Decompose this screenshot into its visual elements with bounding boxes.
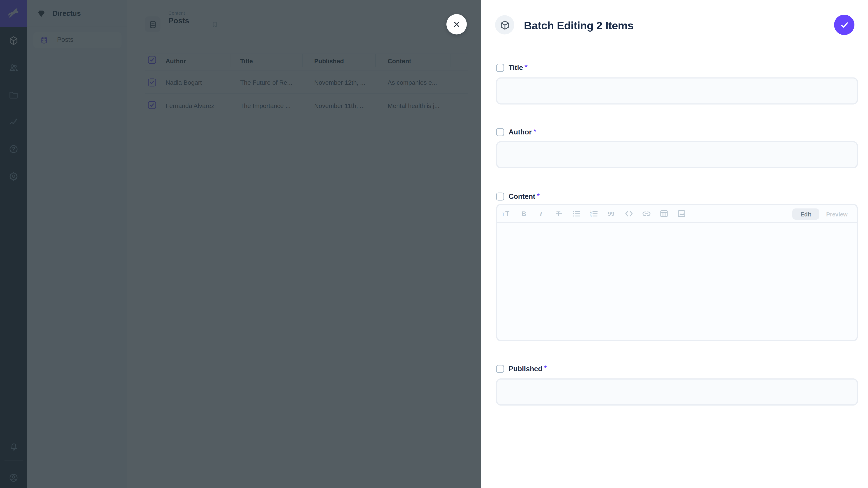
bullet-list-icon[interactable] xyxy=(572,208,581,219)
title-input[interactable] xyxy=(496,77,858,105)
field-label-text: Published xyxy=(508,365,542,373)
quote-icon[interactable]: 99 xyxy=(607,208,616,219)
app-root: Directus Posts Content Posts xyxy=(0,0,868,488)
author-input[interactable] xyxy=(496,141,858,168)
svg-text:B: B xyxy=(521,210,526,217)
field-label-published: Published ★ xyxy=(496,364,547,373)
link-icon[interactable] xyxy=(642,208,651,219)
content-editor-textarea[interactable] xyxy=(497,224,857,340)
required-marker: ★ xyxy=(536,192,540,197)
svg-text:99: 99 xyxy=(608,210,614,217)
code-icon[interactable] xyxy=(625,208,633,219)
batch-enable-checkbox[interactable] xyxy=(496,128,504,136)
check-icon xyxy=(839,20,849,30)
italic-icon[interactable]: I xyxy=(537,208,546,219)
bold-icon[interactable]: B xyxy=(520,208,528,219)
batch-edit-drawer: Batch Editing 2 Items Title ★ Author ★ C… xyxy=(481,0,868,488)
save-batch-button[interactable] xyxy=(834,15,855,35)
close-drawer-button[interactable] xyxy=(446,14,467,35)
svg-text:I: I xyxy=(539,210,542,217)
required-marker: ★ xyxy=(524,63,528,68)
batch-enable-checkbox[interactable] xyxy=(496,193,504,201)
box-icon xyxy=(499,20,510,30)
drawer-header-icon-badge xyxy=(495,15,514,35)
svg-text:T: T xyxy=(505,210,509,217)
text-size-icon[interactable]: TT xyxy=(502,208,511,219)
strikethrough-icon[interactable]: T xyxy=(555,208,563,219)
svg-text:T: T xyxy=(502,212,504,217)
field-label-author: Author ★ xyxy=(496,128,537,137)
field-label-text: Author xyxy=(508,128,532,136)
markdown-editor: TT B I T xyxy=(496,204,858,341)
editor-toolbar: TT B I T xyxy=(497,205,857,223)
field-label-text: Title xyxy=(508,64,523,72)
image-icon[interactable] xyxy=(677,208,686,219)
batch-enable-checkbox[interactable] xyxy=(496,64,504,72)
field-label-content: Content ★ xyxy=(496,192,540,201)
drawer-overlay[interactable] xyxy=(0,0,481,488)
published-input[interactable] xyxy=(496,379,858,405)
field-label-title: Title ★ xyxy=(496,63,528,72)
editor-edit-tab[interactable]: Edit xyxy=(792,208,819,220)
field-label-text: Content xyxy=(508,193,535,201)
batch-enable-checkbox[interactable] xyxy=(496,365,504,373)
svg-text:3: 3 xyxy=(590,215,592,218)
editor-preview-tab[interactable]: Preview xyxy=(826,208,848,220)
numbered-list-icon[interactable]: 1 2 3 xyxy=(590,208,598,219)
required-marker: ★ xyxy=(544,364,547,369)
required-marker: ★ xyxy=(533,127,537,133)
table-icon[interactable] xyxy=(659,208,669,219)
drawer-title: Batch Editing 2 Items xyxy=(524,19,633,32)
close-icon xyxy=(452,20,461,29)
